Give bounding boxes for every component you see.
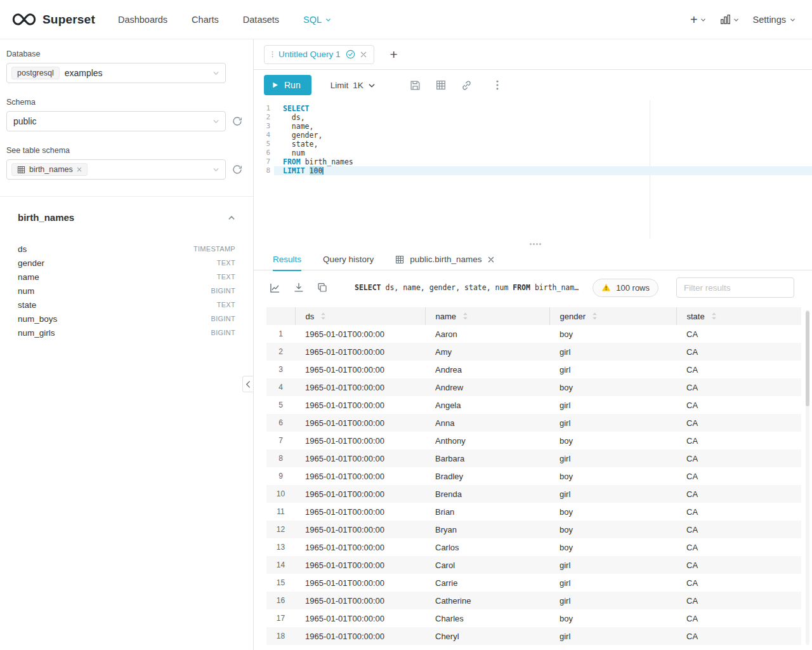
nav-item-sql[interactable]: SQL: [303, 15, 331, 25]
list-item-column-gender[interactable]: genderTEXT: [18, 256, 235, 270]
cell-state: CA: [676, 627, 801, 645]
column-header-state[interactable]: state: [676, 307, 801, 325]
cell-gender: boy: [549, 325, 676, 343]
cell-name: Bradley: [425, 467, 549, 485]
grid-header-row: dsnamegenderstate: [266, 307, 801, 325]
new-menu[interactable]: +: [690, 13, 706, 26]
close-icon[interactable]: [488, 256, 494, 263]
cell-name: Anna: [425, 414, 549, 432]
table-row: 111965-01-01T00:00:00BrianboyCA: [266, 503, 801, 521]
nav-item-label: Charts: [192, 15, 219, 25]
column-list: dsTIMESTAMPgenderTEXTnameTEXTnumBIGINTst…: [18, 242, 235, 340]
alerts-menu[interactable]: [720, 14, 739, 25]
list-item-column-state[interactable]: stateTEXT: [18, 298, 235, 312]
editor-actions: [402, 80, 506, 91]
cell-state: CA: [676, 503, 801, 521]
sort-icon[interactable]: [320, 312, 326, 321]
table-row: 21965-01-01T00:00:00AmygirlCA: [266, 343, 801, 361]
limit-label: Limit: [331, 81, 349, 90]
chevron-down-icon: [700, 17, 706, 23]
line-text: num: [274, 149, 812, 157]
nav-item-charts[interactable]: Charts: [192, 15, 219, 25]
query-preview[interactable]: SELECT ds, name, gender, state, num FROM…: [355, 283, 582, 292]
list-item-column-num[interactable]: numBIGINT: [18, 284, 235, 298]
database-select[interactable]: postgresql examples: [6, 63, 226, 83]
table-grid-icon[interactable]: [428, 80, 454, 90]
row-index-cell: 6: [266, 414, 295, 432]
results-scrollbar[interactable]: [806, 311, 809, 406]
cell-state: CA: [676, 449, 801, 467]
copy-icon[interactable]: [317, 282, 341, 293]
table-row: 31965-01-01T00:00:00AndreagirlCA: [266, 361, 801, 378]
cell-state: CA: [676, 325, 801, 343]
column-header-name[interactable]: name: [425, 307, 549, 325]
table-row: 101965-01-01T00:00:00BrendagirlCA: [266, 485, 801, 503]
download-icon[interactable]: [294, 282, 317, 293]
table-select[interactable]: birth_names: [6, 159, 226, 180]
database-value: examples: [65, 68, 103, 78]
cell-ds: 1965-01-01T00:00:00: [295, 467, 425, 485]
schema-value: public: [11, 116, 37, 126]
code-line-5: 5 state,: [254, 140, 812, 149]
line-number: 7: [254, 157, 274, 166]
brand-name: Superset: [43, 13, 95, 27]
refresh-tables-icon[interactable]: [232, 164, 242, 175]
add-tab-button[interactable]: +: [385, 45, 403, 63]
database-label: Database: [6, 50, 244, 58]
table-row: 71965-01-01T00:00:00AnthonyboyCA: [266, 432, 801, 449]
filter-results-input[interactable]: [676, 277, 794, 298]
column-header-gender[interactable]: gender: [549, 307, 676, 325]
settings-menu[interactable]: Settings: [753, 15, 796, 25]
kebab-menu-icon[interactable]: [488, 80, 506, 90]
limit-dropdown[interactable]: Limit 1K: [331, 81, 376, 90]
superset-logo[interactable]: Superset: [11, 12, 95, 27]
rows-count-badge[interactable]: 100 rows: [593, 279, 658, 297]
line-number: 2: [254, 113, 274, 122]
table-preview-tab-label: public.birth_names: [410, 255, 481, 264]
save-icon[interactable]: [402, 80, 428, 91]
code-token: num: [283, 149, 305, 157]
sql-editor[interactable]: 1SELECT2 ds,3 name,4 gender,5 state,6 nu…: [254, 100, 812, 239]
list-item-column-num_girls[interactable]: num_girlsBIGINT: [18, 326, 235, 340]
close-icon[interactable]: [360, 51, 367, 58]
list-item-column-ds[interactable]: dsTIMESTAMP: [18, 242, 235, 256]
table-row: 181965-01-01T00:00:00CherylgirlCA: [266, 627, 801, 645]
table-row: 11965-01-01T00:00:00AaronboyCA: [266, 325, 801, 343]
sort-icon[interactable]: [711, 312, 717, 321]
query-tab[interactable]: Untitled Query 1: [264, 45, 374, 64]
sort-icon[interactable]: [462, 312, 468, 321]
table-preview-tab[interactable]: public.birth_names: [395, 255, 494, 264]
cell-ds: 1965-01-01T00:00:00: [295, 414, 425, 432]
cell-state: CA: [676, 538, 801, 556]
grid-corner-cell: [266, 307, 295, 325]
code-token: [305, 166, 310, 175]
list-item-column-name[interactable]: nameTEXT: [18, 270, 235, 284]
line-text: ds,: [274, 113, 812, 122]
chevron-up-icon[interactable]: [228, 214, 235, 222]
cell-state: CA: [676, 521, 801, 538]
chevron-down-icon: [368, 82, 376, 90]
row-index-cell: 18: [266, 627, 295, 645]
nav-item-datasets[interactable]: Datasets: [243, 15, 279, 25]
tab-query-history[interactable]: Query history: [323, 249, 374, 270]
sidebar-collapse-handle[interactable]: [242, 376, 253, 392]
refresh-schema-icon[interactable]: [232, 116, 242, 126]
column-header-label: name: [436, 312, 457, 321]
sort-icon[interactable]: [592, 312, 598, 321]
tab-results[interactable]: Results: [273, 249, 301, 270]
pane-resize-handle[interactable]: [254, 239, 812, 249]
column-type: BIGINT: [211, 287, 235, 295]
close-icon[interactable]: [77, 167, 82, 172]
column-header-ds[interactable]: ds: [295, 307, 425, 325]
results-grid: dsnamegenderstate 11965-01-01T00:00:00Aa…: [254, 305, 812, 650]
create-chart-icon[interactable]: [270, 282, 294, 293]
cell-name: Carol: [425, 556, 549, 574]
list-item-column-num_boys[interactable]: num_boysBIGINT: [18, 312, 235, 326]
nav-item-dashboards[interactable]: Dashboards: [118, 15, 167, 25]
run-button[interactable]: Run: [264, 75, 311, 95]
schema-select[interactable]: public: [6, 111, 226, 131]
row-index-cell: 12: [266, 521, 295, 538]
chevron-down-icon: [733, 17, 739, 23]
link-icon[interactable]: [454, 80, 480, 91]
cell-state: CA: [676, 432, 801, 449]
